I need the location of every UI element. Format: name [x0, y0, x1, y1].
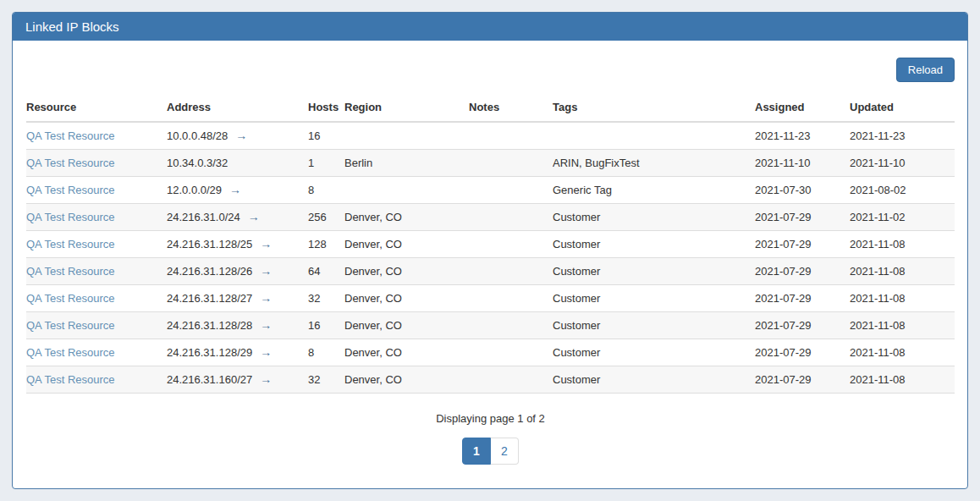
table-row: QA Test Resource 24.216.31.0/24→ 256 Den…: [26, 204, 955, 231]
tags-cell: Customer: [553, 285, 755, 312]
address-cell: 24.216.31.128/28→: [167, 312, 308, 339]
goto-arrow-icon[interactable]: →: [260, 345, 272, 359]
table-header: ResourceAddressHostsRegionNotesTagsAssig…: [26, 94, 955, 122]
column-header-address[interactable]: Address: [167, 94, 308, 122]
panel-header: Linked IP Blocks: [13, 13, 967, 41]
page-summary: Displaying page 1 of 2: [26, 412, 955, 425]
address-text: 24.216.31.128/27: [167, 292, 252, 305]
column-header-hosts[interactable]: Hosts: [308, 94, 344, 122]
reload-button[interactable]: Reload: [896, 58, 955, 82]
region-cell: Denver, CO: [344, 204, 469, 231]
resource-link[interactable]: QA Test Resource: [26, 346, 115, 359]
resource-link[interactable]: QA Test Resource: [26, 184, 115, 196]
address-cell: 24.216.31.128/29→: [167, 339, 308, 366]
region-cell: [344, 122, 469, 150]
address-text: 10.34.0.3/32: [167, 157, 228, 169]
address-text: 24.216.31.0/24: [167, 211, 240, 223]
resource-link[interactable]: QA Test Resource: [26, 292, 115, 305]
assigned-cell: 2021-11-10: [755, 150, 850, 177]
column-header-updated[interactable]: Updated: [850, 94, 955, 122]
goto-arrow-icon[interactable]: →: [235, 129, 247, 142]
resource-link[interactable]: QA Test Resource: [26, 319, 115, 332]
address-text: 24.216.31.160/27: [167, 373, 252, 386]
page-button-2[interactable]: 2: [491, 438, 519, 465]
goto-arrow-icon[interactable]: →: [260, 237, 272, 250]
column-header-assigned[interactable]: Assigned: [755, 94, 850, 122]
goto-arrow-icon[interactable]: →: [260, 264, 272, 278]
updated-cell: 2021-11-08: [850, 231, 955, 258]
address-text: 12.0.0.0/29: [167, 184, 222, 196]
region-cell: Denver, CO: [344, 339, 469, 366]
panel-body: Reload ResourceAddressHostsRegionNotesTa…: [13, 41, 967, 488]
updated-cell: 2021-11-08: [850, 258, 955, 285]
region-cell: Denver, CO: [344, 231, 469, 258]
assigned-cell: 2021-07-29: [755, 258, 850, 285]
panel-title: Linked IP Blocks: [25, 19, 119, 34]
address-cell: 24.216.31.0/24→: [167, 204, 308, 231]
table-row: QA Test Resource 24.216.31.128/27→ 32 De…: [26, 285, 955, 312]
assigned-cell: 2021-11-23: [755, 122, 850, 150]
table-row: QA Test Resource 24.216.31.128/25→ 128 D…: [26, 231, 955, 258]
column-header-region[interactable]: Region: [344, 94, 469, 122]
resource-cell: QA Test Resource: [26, 150, 167, 177]
hosts-cell: 256: [308, 204, 344, 231]
address-text: 24.216.31.128/28: [167, 319, 252, 332]
table-header-row: ResourceAddressHostsRegionNotesTagsAssig…: [26, 94, 955, 122]
goto-arrow-icon[interactable]: →: [248, 210, 260, 223]
assigned-cell: 2021-07-29: [755, 339, 850, 366]
resource-link[interactable]: QA Test Resource: [26, 157, 115, 169]
notes-cell: [469, 339, 553, 366]
tags-cell: Customer: [553, 204, 755, 231]
column-header-notes[interactable]: Notes: [469, 94, 553, 122]
tags-cell: Customer: [553, 258, 755, 285]
tags-cell: ARIN, BugFixTest: [553, 150, 755, 177]
updated-cell: 2021-11-02: [850, 204, 955, 231]
resource-link[interactable]: QA Test Resource: [26, 373, 115, 386]
table-row: QA Test Resource 12.0.0.0/29→ 8 Generic …: [26, 177, 955, 204]
table-body: QA Test Resource 10.0.0.48/28→ 16 2021-1…: [26, 122, 955, 394]
table-row: QA Test Resource 24.216.31.160/27→ 32 De…: [26, 366, 955, 394]
column-header-resource[interactable]: Resource: [26, 94, 167, 122]
address-cell: 24.216.31.128/25→: [167, 231, 308, 258]
tags-cell: Customer: [553, 366, 755, 394]
notes-cell: [469, 258, 553, 285]
resource-link[interactable]: QA Test Resource: [26, 238, 115, 250]
resource-cell: QA Test Resource: [26, 122, 167, 150]
tags-cell: Customer: [553, 339, 755, 366]
table-row: QA Test Resource 24.216.31.128/28→ 16 De…: [26, 312, 955, 339]
tags-cell: [553, 122, 755, 150]
assigned-cell: 2021-07-29: [755, 231, 850, 258]
table-row: QA Test Resource 10.34.0.3/32 1 Berlin A…: [26, 150, 955, 177]
toolbar: Reload: [26, 58, 955, 82]
updated-cell: 2021-11-08: [850, 339, 955, 366]
hosts-cell: 1: [308, 150, 344, 177]
region-cell: Denver, CO: [344, 312, 469, 339]
updated-cell: 2021-11-08: [850, 312, 955, 339]
address-cell: 24.216.31.128/26→: [167, 258, 308, 285]
goto-arrow-icon[interactable]: →: [229, 183, 241, 196]
region-cell: Denver, CO: [344, 258, 469, 285]
resource-link[interactable]: QA Test Resource: [26, 129, 115, 142]
address-text: 24.216.31.128/25: [167, 238, 252, 250]
assigned-cell: 2021-07-30: [755, 177, 850, 204]
resource-link[interactable]: QA Test Resource: [26, 211, 115, 223]
resource-cell: QA Test Resource: [26, 204, 167, 231]
hosts-cell: 8: [308, 339, 344, 366]
assigned-cell: 2021-07-29: [755, 366, 850, 394]
tags-cell: Customer: [553, 312, 755, 339]
assigned-cell: 2021-07-29: [755, 204, 850, 231]
goto-arrow-icon[interactable]: →: [260, 372, 272, 386]
hosts-cell: 128: [308, 231, 344, 258]
goto-arrow-icon[interactable]: →: [260, 318, 272, 332]
resource-link[interactable]: QA Test Resource: [26, 265, 115, 278]
notes-cell: [469, 150, 553, 177]
goto-arrow-icon[interactable]: →: [260, 291, 272, 305]
hosts-cell: 16: [308, 122, 344, 150]
region-cell: [344, 177, 469, 204]
column-header-tags[interactable]: Tags: [553, 94, 755, 122]
pagination: 12: [26, 438, 955, 465]
page-button-1[interactable]: 1: [462, 438, 491, 465]
table-row: QA Test Resource 24.216.31.128/29→ 8 Den…: [26, 339, 955, 366]
resource-cell: QA Test Resource: [26, 231, 167, 258]
address-text: 24.216.31.128/26: [167, 265, 252, 278]
